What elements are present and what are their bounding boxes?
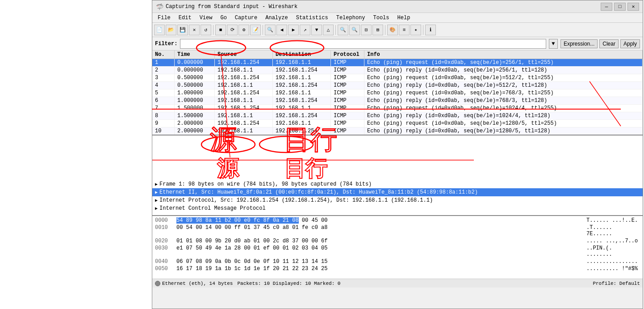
col-header-source[interactable]: Source (215, 51, 273, 59)
table-row[interactable]: 3 0.500000 192.168.1.254 192.168.1.1 ICM… (152, 74, 643, 82)
cell-destination: 192.168.1.1 (273, 74, 331, 81)
hex-ascii: ..... ...,..7..o (586, 238, 640, 244)
cell-destination: 192.168.1.1 (273, 120, 331, 127)
table-row[interactable]: 8 1.500000 192.168.1.1 192.168.1.254 ICM… (152, 112, 643, 120)
detail-text: Internet Protocol, Src: 192.168.1.254 (1… (159, 197, 433, 203)
annotation-zone: 源 目行 (152, 135, 643, 180)
cell-no: 2 (152, 67, 175, 74)
table-row[interactable]: 6 1.000000 192.168.1.1 192.168.1.254 ICM… (152, 97, 643, 105)
toolbar-capture-filters[interactable]: 📝 (250, 25, 261, 35)
table-row[interactable]: 1 0.000000 192.168.1.254 192.168.1.1 ICM… (152, 59, 643, 67)
apply-button[interactable]: Apply (620, 39, 640, 48)
cell-time: 1.000000 (175, 89, 215, 97)
menu-edit[interactable]: Edit (175, 13, 195, 22)
window-title: Capturing from Standard input - Wireshar… (166, 4, 297, 10)
minimize-button[interactable]: — (601, 3, 612, 11)
cell-source: 192.168.1.1 (215, 127, 273, 135)
hex-dump[interactable]: 0000 54 89 98 8a 11 b2 00 e0 fc 8f 0a 21… (152, 216, 643, 279)
table-row[interactable]: 2 0.000000 192.168.1.1 192.168.1.254 ICM… (152, 67, 643, 74)
toolbar-new[interactable]: 📄 (154, 25, 165, 35)
toolbar-back[interactable]: ◀ (276, 25, 287, 35)
cell-protocol: ICMP (331, 105, 364, 112)
hex-row: 0030 e1 07 50 49 4e 1a 28 00 01 ef 00 01… (152, 245, 643, 258)
menu-tools[interactable]: Tools (370, 13, 393, 22)
status-indicator (155, 281, 160, 286)
cell-no: 5 (152, 89, 175, 97)
menu-capture[interactable]: Capture (231, 13, 261, 22)
wireshark-window: 🦈 Capturing from Standard input - Wiresh… (152, 0, 643, 309)
cell-info: Echo (ping) reply (id=0xd0ab, seq(be/le)… (364, 97, 643, 104)
detail-row[interactable]: ▶ Ethernet II, Src: HuaweiTe_8f:0a:21 (0… (152, 188, 643, 196)
toolbar-info[interactable]: ℹ (425, 25, 436, 35)
packet-detail[interactable]: ▶ Frame 1: 98 bytes on wire (784 bits), … (152, 180, 643, 216)
window-controls: — □ ✕ (601, 3, 639, 11)
toolbar-decode[interactable]: ≡ (399, 25, 410, 35)
status-left: Ethernet (eth), 14 bytes (162, 281, 233, 286)
menu-help[interactable]: Help (394, 13, 414, 22)
col-header-destination[interactable]: Destination (273, 51, 331, 59)
toolbar-prefs[interactable]: ✦ (410, 25, 421, 35)
col-header-info[interactable]: Info (364, 51, 643, 59)
menu-file[interactable]: File (154, 13, 174, 22)
hex-offset: 0040 (155, 258, 173, 265)
toolbar-zoom-in[interactable]: 🔍 (338, 25, 348, 35)
cell-info: Echo (ping) request (id=0xd0ab, seq(be/l… (364, 89, 643, 97)
cell-destination: 192.168.1.1 (273, 89, 331, 97)
col-header-time[interactable]: Time (175, 51, 215, 59)
detail-row[interactable]: ▶ Frame 1: 98 bytes on wire (784 bits), … (152, 180, 643, 188)
maximize-button[interactable]: □ (614, 3, 626, 11)
toolbar-unmark[interactable]: △ (323, 25, 334, 35)
hex-bytes: 16 17 18 19 1a 1b 1c 1d 1e 1f 20 21 22 2… (176, 266, 583, 272)
menu-telephony[interactable]: Telephony (333, 13, 369, 22)
cell-no: 10 (152, 127, 175, 135)
sep2 (263, 25, 263, 35)
packet-list[interactable]: No. Time Source Destination Protocol Inf… (152, 51, 643, 135)
hex-row: 0050 16 17 18 19 1a 1b 1c 1d 1e 1f 20 21… (152, 265, 643, 272)
toolbar-expand[interactable]: ⊞ (372, 25, 383, 35)
filter-input[interactable] (180, 39, 546, 49)
toolbar-stop[interactable]: ■ (215, 25, 226, 35)
hex-offset: 0050 (155, 266, 173, 272)
cell-info: Echo (ping) request (id=0xd0ab, seq(be/l… (364, 120, 643, 127)
menu-view[interactable]: View (196, 13, 216, 22)
hex-bytes: 54 89 98 8a 11 b2 00 e0 fc 8f 0a 21 08 0… (176, 217, 583, 224)
toolbar-jump[interactable]: ↗ (300, 25, 310, 35)
toolbar-zoom-out[interactable]: 🔍 (349, 25, 360, 35)
status-indicator-item: Ethernet (eth), 14 bytes (155, 281, 233, 286)
clear-button[interactable]: Clear (599, 39, 619, 48)
toolbar-reload[interactable]: ↺ (201, 25, 211, 35)
table-row[interactable]: 4 0.500000 192.168.1.1 192.168.1.254 ICM… (152, 82, 643, 89)
cell-destination: 192.168.1.1 (273, 105, 331, 112)
cell-destination: 192.168.1.254 (273, 127, 331, 135)
toolbar-mark[interactable]: ▼ (311, 25, 322, 35)
menu-statistics[interactable]: Statistics (293, 13, 332, 22)
col-header-no[interactable]: No. (152, 51, 175, 59)
detail-text: Frame 1: 98 bytes on wire (784 bits), 98… (159, 181, 372, 187)
packet-list-header: No. Time Source Destination Protocol Inf… (152, 51, 643, 59)
toolbar-restart[interactable]: ⟳ (227, 25, 238, 35)
toolbar-find[interactable]: 🔍 (265, 25, 276, 35)
detail-row[interactable]: ▶ Internet Protocol, Src: 192.168.1.254 … (152, 196, 643, 204)
toolbar-colorize[interactable]: 🎨 (387, 25, 398, 35)
status-profile: Profile: Default (593, 281, 640, 286)
col-header-protocol[interactable]: Protocol (331, 51, 364, 59)
table-row[interactable]: 9 2.000000 192.168.1.254 192.168.1.1 ICM… (152, 120, 643, 127)
detail-row[interactable]: ▶ Internet Control Message Protocol (152, 204, 643, 212)
toolbar-zoom-reset[interactable]: ⊡ (361, 25, 372, 35)
svg-point-1 (259, 136, 313, 152)
table-row[interactable]: 10 2.000000 192.168.1.1 192.168.1.254 IC… (152, 127, 643, 135)
toolbar-close[interactable]: ✕ (189, 25, 200, 35)
close-button[interactable]: ✕ (627, 3, 639, 11)
table-row[interactable]: 7 1.500000 192.168.1.254 192.168.1.1 ICM… (152, 105, 643, 112)
toolbar-capture-opts[interactable]: ⚙ (238, 25, 249, 35)
expression-button[interactable]: Expression... (560, 39, 598, 48)
app-icon: 🦈 (156, 3, 163, 10)
toolbar-forward[interactable]: ▶ (288, 25, 299, 35)
toolbar-open[interactable]: 📂 (166, 25, 176, 35)
menu-go[interactable]: Go (217, 13, 230, 22)
menu-analyze[interactable]: Analyze (262, 13, 291, 22)
sep1 (213, 25, 213, 35)
table-row[interactable]: 5 1.000000 192.168.1.254 192.168.1.1 ICM… (152, 89, 643, 97)
toolbar-save[interactable]: 💾 (177, 25, 188, 35)
filter-dropdown[interactable]: ▼ (549, 39, 558, 49)
